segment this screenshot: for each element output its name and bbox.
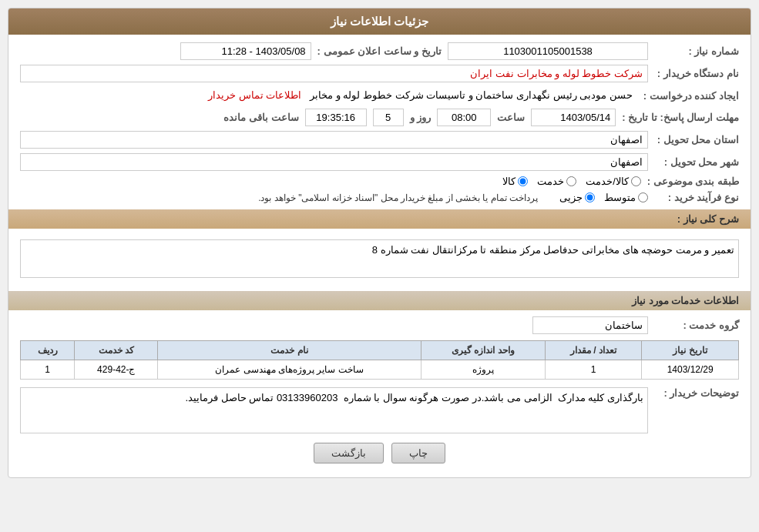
label-tawzih: توضیحات خریدار : xyxy=(654,387,739,399)
td-kodKhedmat: ج-42-429 xyxy=(75,360,158,380)
radio-motevaset[interactable] xyxy=(638,192,648,202)
text-namDastgah: شرکت خطوط لوله و مخابرات نفت ایران xyxy=(470,68,643,79)
th-tedad: تعداد / مقدار xyxy=(545,341,642,360)
radio-motevaset-item: متوسط xyxy=(604,192,648,203)
value-grouh: ساختمان xyxy=(532,316,648,334)
radio-khedmat[interactable] xyxy=(566,176,576,186)
label-tarikh-elan: تاریخ و ساعت اعلان عمومی : xyxy=(317,45,442,57)
label-kala-khedmat: کالا/خدمت xyxy=(586,176,629,187)
row-noe-farayand: نوع فرآیند خرید : متوسط جزیی پرداخت تمام… xyxy=(20,192,739,203)
th-radif: ردیف xyxy=(21,341,75,360)
value-ijadKonande: حسن مودبی رئیس نگهداری ساختمان و تاسیسات… xyxy=(20,87,637,104)
label-khadamat-header: اطلاعات خدمات مورد نیاز xyxy=(632,295,739,306)
value-saat: 08:00 xyxy=(437,109,491,126)
label-shomareNiaz: شماره نیاز : xyxy=(654,45,739,57)
btn-chap[interactable]: چاپ xyxy=(391,443,445,463)
value-baghi: 19:35:16 xyxy=(305,109,367,126)
td-tedad: 1 xyxy=(545,360,642,380)
label-saat: ساعت xyxy=(497,112,525,123)
link-tamas[interactable]: اطلاعات تماس خریدار xyxy=(208,89,301,101)
radio-kala-item: کالا xyxy=(502,176,528,187)
label-noe-farayand: نوع فرآیند خرید : xyxy=(654,192,739,203)
radio-tabagheh: کالا/خدمت خدمت کالا xyxy=(502,176,641,187)
row-namDastgah: نام دستگاه خریدار : شرکت خطوط لوله و مخا… xyxy=(20,65,739,82)
label-ostan: استان محل تحویل : xyxy=(654,134,739,146)
th-kodKhedmat: کد خدمت xyxy=(75,341,158,360)
radio-jozei-item: جزیی xyxy=(559,192,595,203)
td-vahed: پروژه xyxy=(421,360,545,380)
card-body: شماره نیاز : 1103001105001538 تاریخ و سا… xyxy=(8,35,751,477)
row-tawzih: توضیحات خریدار : xyxy=(20,387,739,433)
label-mohlat: مهلت ارسال پاسخ: تا تاریخ : xyxy=(622,112,739,123)
label-shahr: شهر محل تحویل : xyxy=(654,156,739,168)
section-sharh-header: شرح کلی نیاز : xyxy=(8,209,751,229)
table-header-row: تاریخ نیاز تعداد / مقدار واحد اندازه گیر… xyxy=(21,341,739,360)
row-shahr: شهر محل تحویل : اصفهان xyxy=(20,153,739,171)
row-ostan: استان محل تحویل : اصفهان xyxy=(20,131,739,149)
khadamat-table-section: تاریخ نیاز تعداد / مقدار واحد اندازه گیر… xyxy=(20,340,739,380)
radio-farayand: متوسط جزیی xyxy=(559,192,648,203)
page-title: جزئیات اطلاعات نیاز xyxy=(331,15,428,28)
table-body: 1403/12/29 1 پروژه ساخت سایر پروژه‌های م… xyxy=(21,360,739,380)
td-tarikh: 1403/12/29 xyxy=(642,360,739,380)
label-tabagheh: طبقه بندی موضوعی : xyxy=(647,176,739,187)
row-grouh: گروه خدمت : ساختمان xyxy=(20,316,739,334)
td-radif: 1 xyxy=(21,360,75,380)
sharh-container xyxy=(20,235,739,285)
card-header: جزئیات اطلاعات نیاز xyxy=(8,8,751,35)
value-tarikh: 1403/05/14 xyxy=(531,109,616,126)
label-khedmat: خدمت xyxy=(537,176,564,187)
btn-bazgasht[interactable]: بازگشت xyxy=(314,443,384,463)
value-tarikh-elan: 1403/05/08 - 11:28 xyxy=(180,42,311,60)
section-khadamat-header: اطلاعات خدمات مورد نیاز xyxy=(8,291,751,310)
value-namDastgah: شرکت خطوط لوله و مخابرات نفت ایران xyxy=(20,65,648,82)
buttons-row: چاپ بازگشت xyxy=(20,443,739,463)
label-jozei: جزیی xyxy=(559,192,583,203)
radio-kala[interactable] xyxy=(518,176,528,186)
text-ijadKonande: حسن مودبی رئیس نگهداری ساختمان و تاسیسات… xyxy=(310,89,633,101)
note-farayand: پرداخت تمام یا بخشی از مبلغ خریدار محل "… xyxy=(258,192,538,203)
value-shahr: اصفهان xyxy=(20,153,648,171)
page-wrapper: جزئیات اطلاعات نیاز شماره نیاز : 1103001… xyxy=(0,0,759,532)
row-tabagheh: طبقه بندی موضوعی : کالا/خدمت خدمت کالا xyxy=(20,176,739,187)
label-grouh: گروه خدمت : xyxy=(654,320,739,331)
sharh-textarea[interactable] xyxy=(20,239,739,278)
label-namDastgah: نام دستگاه خریدار : xyxy=(654,68,739,79)
radio-kala-khedmat-item: کالا/خدمت xyxy=(586,176,641,187)
th-tarikh: تاریخ نیاز xyxy=(642,341,739,360)
row-ijadKonande: ایجاد کننده درخواست : حسن مودبی رئیس نگه… xyxy=(20,87,739,104)
khadamat-table: تاریخ نیاز تعداد / مقدار واحد اندازه گیر… xyxy=(20,340,739,380)
value-shomareNiaz: 1103001105001538 xyxy=(448,42,648,60)
radio-jozei[interactable] xyxy=(585,192,595,202)
label-motevaset: متوسط xyxy=(604,192,636,203)
label-baghi: ساعت باقی مانده xyxy=(223,112,298,123)
value-ostan: اصفهان xyxy=(20,131,648,149)
th-namKhedmat: نام خدمت xyxy=(158,341,421,360)
row-mohlat: مهلت ارسال پاسخ: تا تاریخ : 1403/05/14 س… xyxy=(20,109,739,126)
label-kala: کالا xyxy=(502,176,516,187)
label-roz: روز و xyxy=(410,112,432,123)
radio-khedmat-item: خدمت xyxy=(537,176,576,187)
row-shomareNiaz: شماره نیاز : 1103001105001538 تاریخ و سا… xyxy=(20,42,739,60)
value-roz: 5 xyxy=(373,109,404,126)
radio-kala-khedmat[interactable] xyxy=(631,176,641,186)
th-vahed: واحد اندازه گیری xyxy=(421,341,545,360)
label-ijadKonande: ایجاد کننده درخواست : xyxy=(643,90,739,102)
label-sharh: شرح کلی نیاز : xyxy=(677,213,739,225)
main-card: جزئیات اطلاعات نیاز شماره نیاز : 1103001… xyxy=(8,8,751,478)
td-namKhedmat: ساخت سایر پروژه‌های مهندسی عمران xyxy=(158,360,421,380)
tawzih-textarea[interactable] xyxy=(20,387,648,433)
table-row: 1403/12/29 1 پروژه ساخت سایر پروژه‌های م… xyxy=(21,360,739,380)
